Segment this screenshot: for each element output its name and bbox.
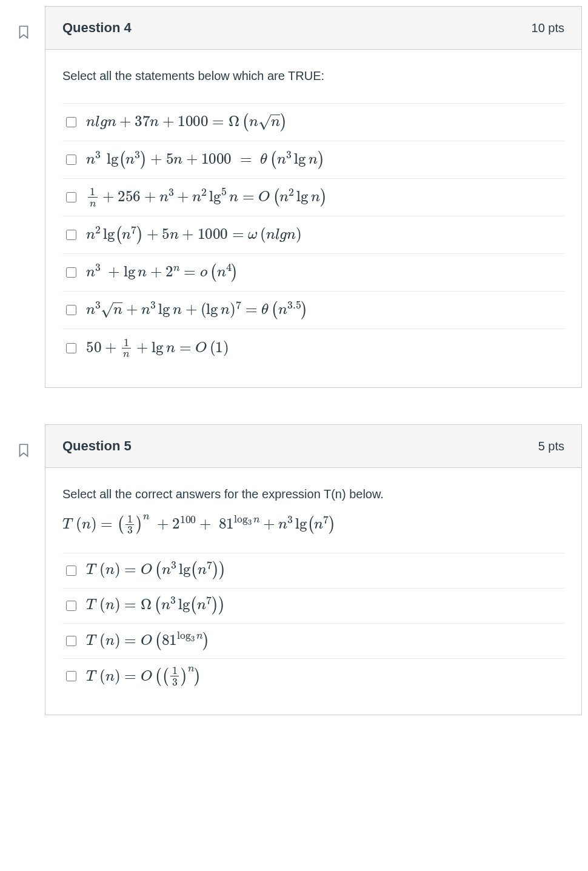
q5-option-4[interactable]: T(n)=O((13)n) bbox=[62, 659, 564, 694]
q5-option-1[interactable]: T(n)=O(n3lg(n7)) bbox=[62, 553, 564, 589]
question-4-body: Select all the statements below which ar… bbox=[45, 50, 581, 387]
q5-checkbox-2[interactable] bbox=[66, 601, 76, 611]
flag-icon-wrapper-2 bbox=[2, 424, 45, 461]
q4-checkbox-6[interactable] bbox=[66, 305, 76, 315]
q5-option-3[interactable]: T(n)=O(81log3⁡n) bbox=[62, 624, 564, 659]
q4-checkbox-4[interactable] bbox=[66, 230, 76, 240]
q4-checkbox-1[interactable] bbox=[66, 117, 76, 127]
q4-checkbox-2[interactable] bbox=[66, 155, 76, 165]
q5-checkbox-1[interactable] bbox=[66, 566, 76, 576]
q4-checkbox-3[interactable] bbox=[66, 192, 76, 202]
question-5-row: Question 5 5 pts Select all the correct … bbox=[2, 424, 582, 715]
q5-option-4-label: T(n)=O((13)n) bbox=[86, 666, 201, 687]
question-4-points: 10 pts bbox=[532, 21, 564, 35]
flag-icon-wrapper bbox=[2, 6, 45, 43]
question-5-card: Question 5 5 pts Select all the correct … bbox=[45, 424, 582, 715]
q4-option-2[interactable]: n3 lg(n3)+5n+1000=θ(n3lg⁡n) bbox=[62, 141, 564, 179]
question-5-options: T(n)=O(n3lg(n7)) T(n)=Ω(n3lg(n7)) T(n)=O… bbox=[62, 553, 564, 694]
question-5-prompt: Select all the correct answers for the e… bbox=[62, 485, 564, 503]
q4-option-4[interactable]: n2lg(n7)+5n+1000=ω(nlgn) bbox=[62, 216, 564, 254]
question-4-title: Question 4 bbox=[62, 20, 132, 36]
q4-option-6-label: n3n+n3lg⁡n+(lg⁡n)7=θ(n3.5) bbox=[86, 301, 308, 320]
q4-option-5-label: n3+lg⁡n+2n=o(n4) bbox=[86, 263, 238, 282]
question-4-options: nlgn+37n+1000=Ω(nn) n3 lg(n3)+5n+1000=θ(… bbox=[62, 103, 564, 367]
bookmark-flag-icon[interactable] bbox=[16, 24, 32, 43]
question-5-header: Question 5 5 pts bbox=[45, 425, 581, 468]
question-4-card: Question 4 10 pts Select all the stateme… bbox=[45, 6, 582, 388]
question-5-points: 5 pts bbox=[538, 439, 564, 453]
q4-option-6[interactable]: n3n+n3lg⁡n+(lg⁡n)7=θ(n3.5) bbox=[62, 292, 564, 329]
q5-option-2[interactable]: T(n)=Ω(n3lg(n7)) bbox=[62, 589, 564, 624]
q4-option-5[interactable]: n3+lg⁡n+2n=o(n4) bbox=[62, 254, 564, 292]
q4-option-1-label: nlgn+37n+1000=Ω(nn) bbox=[86, 112, 287, 132]
q4-checkbox-7[interactable] bbox=[66, 343, 76, 353]
question-5-body: Select all the correct answers for the e… bbox=[45, 468, 581, 715]
q4-checkbox-5[interactable] bbox=[66, 267, 76, 278]
q4-option-2-label: n3 lg(n3)+5n+1000=θ(n3lg⁡n) bbox=[86, 150, 324, 169]
question-5-title: Question 5 bbox=[62, 438, 132, 454]
q4-option-7-label: 50+1n+lg⁡n=O(1) bbox=[86, 338, 229, 358]
q5-option-3-label: T(n)=O(81log3⁡n) bbox=[86, 631, 210, 651]
question-4-prompt: Select all the statements below which ar… bbox=[62, 67, 564, 85]
q4-option-1[interactable]: nlgn+37n+1000=Ω(nn) bbox=[62, 104, 564, 141]
q5-checkbox-4[interactable] bbox=[66, 671, 76, 681]
q4-option-3[interactable]: 1n+256+n3+n2lg5⁡n=O(n2lg⁡n) bbox=[62, 179, 564, 216]
q5-option-2-label: T(n)=Ω(n3lg(n7)) bbox=[86, 596, 228, 615]
bookmark-flag-icon[interactable] bbox=[16, 442, 32, 461]
question-4-header: Question 4 10 pts bbox=[45, 7, 581, 50]
q4-option-4-label: n2lg(n7)+5n+1000=ω(nlgn) bbox=[86, 225, 302, 245]
q5-option-1-label: T(n)=O(n3lg(n7)) bbox=[86, 561, 229, 580]
question-5-expression: T(n)=(13)n+2100+81log3⁡n+n3lg(n7) bbox=[62, 514, 564, 535]
q5-checkbox-3[interactable] bbox=[66, 636, 76, 646]
q4-option-3-label: 1n+256+n3+n2lg5⁡n=O(n2lg⁡n) bbox=[86, 187, 327, 207]
q4-option-7[interactable]: 50+1n+lg⁡n=O(1) bbox=[62, 329, 564, 367]
question-4-row: Question 4 10 pts Select all the stateme… bbox=[2, 6, 582, 388]
